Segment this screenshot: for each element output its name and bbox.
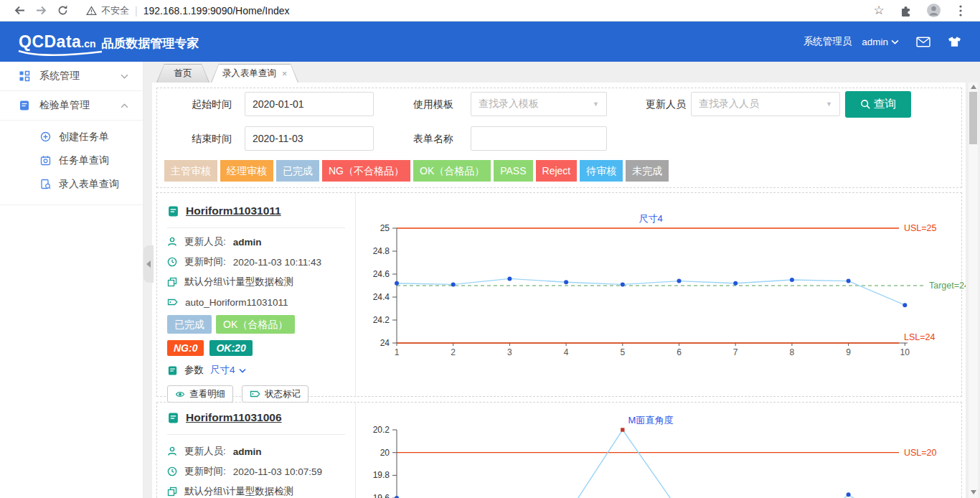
updater-label: 更新人员:	[184, 235, 226, 248]
sidebar-item-create-task[interactable]: 创建任务单	[0, 125, 143, 149]
username: admin	[862, 37, 888, 47]
scroll-down-icon[interactable]	[969, 488, 978, 497]
ok-count-badge: OK:20	[209, 340, 252, 356]
record-title-link[interactable]: Horiform11031011	[186, 205, 281, 217]
clock-icon	[167, 466, 177, 476]
scrollbar-thumb[interactable]	[969, 92, 977, 144]
plus-circle-icon	[40, 131, 51, 142]
svg-text:USL=25: USL=25	[904, 223, 937, 233]
mail-icon[interactable]	[916, 37, 930, 47]
count-row: NG:0 OK:20	[167, 340, 345, 356]
record-actions: 查看明细 状态标记	[167, 385, 345, 403]
search-icon	[860, 99, 871, 110]
control-chart-area: 19.619.82020.2USL=20M面直角度	[356, 403, 961, 498]
updater-label: 更新人员:	[184, 445, 226, 458]
scroll-up-icon[interactable]	[969, 83, 978, 91]
brand-tagline: 品质数据管理专家	[102, 35, 199, 52]
svg-text:24.8: 24.8	[373, 246, 390, 256]
tag-row: auto_Horiform11031011	[167, 296, 345, 309]
bookmark-star-icon[interactable]: ☆	[868, 0, 890, 22]
search-button[interactable]: 查询	[845, 91, 911, 118]
record-title-link[interactable]: Horiform11031006	[186, 411, 282, 424]
status-badge: PASS	[494, 160, 532, 182]
back-icon[interactable]	[9, 0, 30, 22]
forward-icon[interactable]	[30, 0, 52, 22]
status-badge: 已完成	[276, 160, 319, 182]
end-time-input[interactable]	[245, 126, 374, 151]
svg-text:8: 8	[790, 347, 795, 357]
main-area: 首页 录入表单查询 × 起始时间 使用模板 查找录入模板 ▼ 更新人员	[143, 62, 980, 498]
chevron-down-icon	[891, 39, 899, 44]
sidebar-item-system-management[interactable]: 系统管理	[0, 62, 143, 91]
refresh-icon[interactable]	[52, 0, 73, 22]
svg-text:5: 5	[620, 347, 625, 357]
sidebar-item-inspection-management[interactable]: 检验单管理	[0, 91, 143, 121]
update-time-value: 2020-11-03 10:11:43	[233, 257, 321, 268]
form-name-input[interactable]	[471, 126, 607, 151]
status-badge: Reject	[536, 160, 578, 182]
site-security-chip[interactable]: 不安全	[86, 4, 129, 17]
start-time-input[interactable]	[245, 92, 374, 116]
group-path: 默认分组\计量型数据检测	[184, 276, 293, 288]
warning-icon	[86, 6, 97, 16]
parameter-row: 参数 尺寸4	[167, 364, 345, 377]
user-menu[interactable]: admin	[862, 37, 899, 47]
vertical-scrollbar[interactable]	[969, 83, 978, 498]
tab-form-query[interactable]: 录入表单查询 ×	[211, 64, 298, 83]
brand-name: QCData	[19, 32, 81, 52]
profile-avatar[interactable]	[923, 0, 944, 22]
tag-value: auto_Horiform11031011	[185, 297, 288, 308]
user-role-label: 系统管理员	[804, 35, 852, 48]
filter-box: 起始时间 使用模板 查找录入模板 ▼ 更新人员 查找录入人员 ▼ 查询 结束时间	[156, 88, 962, 188]
select-caret-icon: ▼	[593, 100, 599, 108]
extensions-icon[interactable]	[895, 0, 917, 22]
group-copy-icon	[167, 277, 177, 287]
form-icon	[167, 205, 179, 217]
tab-home[interactable]: 首页	[156, 64, 209, 83]
svg-text:24.4: 24.4	[373, 292, 390, 302]
svg-text:24.6: 24.6	[373, 269, 390, 279]
status-legend: 主管审核 经理审核 已完成 NG（不合格品） OK（合格品） PASS Reje…	[164, 160, 669, 182]
sidebar-item-task-query[interactable]: 任务单查询	[0, 149, 143, 172]
address-bar-url[interactable]: 192.168.1.199:9090/Home/Index	[143, 5, 290, 17]
update-time-label: 更新时间:	[184, 465, 226, 478]
status-badge: OK（合格品）	[413, 160, 491, 182]
view-detail-button[interactable]: 查看明细	[167, 385, 233, 403]
spc-control-chart: 19.619.82020.2USL=20M面直角度	[356, 406, 966, 498]
sidebar: 系统管理 检验单管理 创建任务单 任务单查询 录入表单查询	[0, 62, 143, 498]
browser-menu-icon[interactable]	[950, 0, 971, 22]
status-badge: 主管审核	[164, 160, 217, 182]
close-icon[interactable]: ×	[282, 68, 288, 79]
template-select[interactable]: 查找录入模板 ▼	[471, 92, 607, 116]
document-icon	[19, 100, 30, 111]
theme-shirt-icon[interactable]	[948, 36, 961, 47]
svg-text:20.2: 20.2	[373, 425, 390, 435]
parameter-select[interactable]: 尺寸4	[210, 364, 246, 377]
start-time-label: 起始时间	[182, 92, 232, 116]
status-mark-button[interactable]: 状态标记	[242, 385, 308, 403]
record-info: Horiform11031006 更新人员: admin 更新时间: 2020-…	[157, 403, 356, 498]
sidebar-collapse-handle[interactable]	[143, 245, 154, 283]
search-button-label: 查询	[874, 97, 897, 112]
updater-select[interactable]: 查找录入人员 ▼	[691, 92, 840, 116]
person-icon	[167, 446, 177, 456]
group-copy-icon	[167, 487, 177, 497]
svg-text:4: 4	[564, 347, 569, 357]
svg-text:6: 6	[677, 347, 682, 357]
document-search-icon	[40, 179, 51, 189]
chevron-down-icon	[121, 74, 128, 79]
sidebar-submenu: 创建任务单 任务单查询 录入表单查询	[0, 121, 143, 205]
status-badge: 未完成	[626, 160, 669, 182]
form-record-card: Horiform11031011 更新人员: admin 更新时间: 2020-…	[156, 192, 962, 397]
svg-text:1: 1	[395, 347, 400, 357]
updater-placeholder: 查找录入人员	[699, 98, 759, 111]
group-row: 默认分组\计量型数据检测	[167, 485, 345, 498]
form-record-card: Horiform11031006 更新人员: admin 更新时间: 2020-…	[156, 402, 962, 498]
update-time-label: 更新时间:	[184, 255, 226, 268]
spc-control-chart: 2424.224.424.624.82512345678910Target=24…	[356, 205, 966, 392]
record-title-row: Horiform11031011	[167, 205, 345, 228]
record-status-row: 已完成 OK（合格品）	[167, 315, 345, 334]
tab-label: 首页	[174, 67, 192, 80]
sidebar-item-form-query[interactable]: 录入表单查询	[0, 172, 143, 196]
updater-label: 更新人员	[636, 92, 686, 116]
